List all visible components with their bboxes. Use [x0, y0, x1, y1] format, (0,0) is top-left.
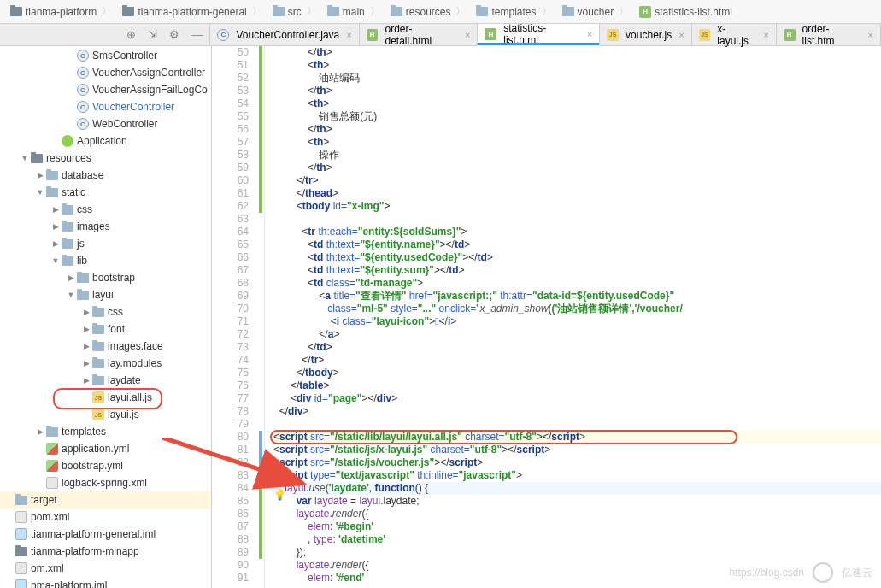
- tree-item[interactable]: ▶laydate: [0, 372, 211, 389]
- collapse-icon[interactable]: —: [191, 28, 203, 41]
- chevron-icon[interactable]: ▶: [80, 376, 92, 385]
- tree-item[interactable]: ▼static: [0, 184, 211, 201]
- tree-item[interactable]: ▶js: [0, 235, 211, 252]
- line-number: 63: [212, 213, 249, 226]
- crumb[interactable]: src: [267, 0, 322, 23]
- chevron-icon[interactable]: ▼: [65, 291, 77, 299]
- code-content[interactable]: </th> <th> 油站编码 </th> <th> 销售总额(元) </th>…: [265, 46, 881, 588]
- folder-icon: [92, 325, 104, 334]
- folder-icon: [476, 7, 488, 16]
- tree-item[interactable]: JSlayui.all.js: [0, 389, 211, 406]
- tree-item[interactable]: ▶css: [0, 303, 211, 320]
- tab[interactable]: CVoucherController.java×: [210, 24, 359, 45]
- tab[interactable]: Hstatistics-list.html×: [478, 24, 600, 46]
- tree-item[interactable]: ▶bootstrap: [0, 269, 211, 286]
- tree-label: font: [108, 323, 125, 335]
- gear-icon[interactable]: ⚙: [169, 28, 179, 41]
- target-icon[interactable]: ⊕: [126, 28, 136, 41]
- crumb[interactable]: resources: [385, 0, 472, 23]
- close-icon[interactable]: ×: [465, 30, 470, 40]
- line-number: 91: [212, 572, 249, 585]
- tree-item[interactable]: CSmsController: [0, 47, 211, 64]
- chevron-icon[interactable]: ▶: [80, 342, 92, 350]
- chevron-icon[interactable]: ▼: [50, 256, 62, 265]
- folder-icon: [92, 359, 104, 368]
- tree-item[interactable]: JSlayui.js: [0, 406, 211, 423]
- tree-item[interactable]: ▶css: [0, 201, 211, 218]
- chevron-icon[interactable]: ▼: [34, 188, 46, 197]
- tree-item[interactable]: tianma-platform-general.iml: [0, 526, 211, 543]
- crumb[interactable]: tianma-platform-general: [117, 0, 267, 23]
- tree-label: SmsController: [92, 50, 157, 62]
- tree-item[interactable]: CVoucherAssignFailLogCo: [0, 81, 211, 98]
- java-class-icon: C: [77, 118, 89, 130]
- chevron-icon[interactable]: ▶: [65, 273, 77, 282]
- tree-label: WebController: [92, 118, 157, 130]
- tab[interactable]: JSvoucher.js×: [600, 24, 691, 45]
- close-icon[interactable]: ×: [763, 30, 768, 40]
- crumb[interactable]: Hstatistics-list.html: [634, 0, 743, 23]
- close-icon[interactable]: ×: [587, 29, 592, 39]
- tab[interactable]: Horder-detail.html×: [360, 24, 479, 45]
- crumb[interactable]: voucher: [557, 0, 635, 23]
- tree-item[interactable]: logback-spring.xml: [0, 474, 211, 491]
- iml-file-icon: [15, 528, 27, 540]
- tree-item[interactable]: ▼resources: [0, 150, 211, 167]
- folder-icon: [46, 171, 58, 180]
- tab-label: x-layui.js: [717, 23, 756, 47]
- tree-item[interactable]: om.xml: [0, 560, 211, 577]
- html-file-icon: H: [485, 28, 496, 40]
- line-number: 50: [212, 46, 249, 59]
- tree-item[interactable]: bootstrap.yml: [0, 457, 211, 474]
- folder-icon: [92, 376, 104, 385]
- tree-item[interactable]: ▶images: [0, 218, 211, 235]
- tree-item[interactable]: ▶images.face: [0, 338, 211, 355]
- line-number: 55: [212, 110, 249, 123]
- tab[interactable]: JSx-layui.js×: [692, 24, 777, 45]
- tree-item[interactable]: pom.xml: [0, 509, 211, 526]
- chevron-icon[interactable]: ▼: [19, 154, 31, 162]
- crumb-label: statistics-list.html: [655, 6, 732, 18]
- tree-item[interactable]: ▶font: [0, 320, 211, 338]
- expand-icon[interactable]: ⇲: [148, 28, 157, 41]
- code-editor[interactable]: 5051525354555657585960616263646566676869…: [212, 46, 881, 588]
- chevron-icon[interactable]: ▶: [50, 222, 62, 231]
- close-icon[interactable]: ×: [868, 30, 873, 40]
- close-icon[interactable]: ×: [346, 30, 351, 40]
- chevron-icon[interactable]: ▶: [34, 171, 46, 179]
- tree-item[interactable]: CVoucherController: [0, 98, 211, 115]
- tree-item[interactable]: CWebController: [0, 115, 211, 132]
- chevron-icon[interactable]: ▶: [50, 239, 62, 248]
- tree-item[interactable]: ▶templates: [0, 423, 211, 440]
- chevron-icon[interactable]: ▶: [34, 427, 46, 436]
- folder-icon: [46, 427, 58, 437]
- tree-label: nma-platform.iml: [31, 579, 107, 588]
- tree-label: images: [77, 220, 110, 232]
- crumb[interactable]: tianma-platform: [5, 0, 117, 23]
- folder-icon: [46, 188, 58, 197]
- chevron-icon[interactable]: ▶: [80, 308, 92, 316]
- tree-item[interactable]: ▶lay.modules: [0, 355, 211, 372]
- close-icon[interactable]: ×: [678, 30, 684, 40]
- xml-file-icon: [15, 562, 27, 574]
- project-tree[interactable]: CSmsControllerCVoucherAssignControllerCV…: [0, 46, 212, 588]
- tree-item[interactable]: ▼lib: [0, 252, 211, 269]
- crumb[interactable]: main: [322, 0, 385, 23]
- chevron-icon[interactable]: ▶: [50, 205, 62, 214]
- chevron-icon[interactable]: ▶: [80, 325, 92, 333]
- tree-item[interactable]: Application: [0, 132, 211, 150]
- line-number: 73: [212, 341, 249, 354]
- tab[interactable]: Horder-list.htm×: [777, 24, 881, 45]
- tree-item[interactable]: ▼layui: [0, 286, 211, 303]
- tree-item[interactable]: ▶database: [0, 167, 211, 184]
- crumb-label: tianma-platform-general: [138, 6, 246, 18]
- tree-item[interactable]: target: [0, 491, 211, 509]
- tree-item[interactable]: CVoucherAssignController: [0, 64, 211, 81]
- chevron-icon[interactable]: ▶: [80, 359, 92, 368]
- tree-item[interactable]: nma-platform.iml: [0, 577, 211, 588]
- tree-item[interactable]: application.yml: [0, 440, 211, 457]
- bulb-icon[interactable]: 💡: [273, 489, 286, 502]
- java-class-icon: C: [77, 50, 89, 62]
- tree-item[interactable]: tianma-platform-minapp: [0, 543, 211, 560]
- crumb[interactable]: templates: [471, 0, 556, 23]
